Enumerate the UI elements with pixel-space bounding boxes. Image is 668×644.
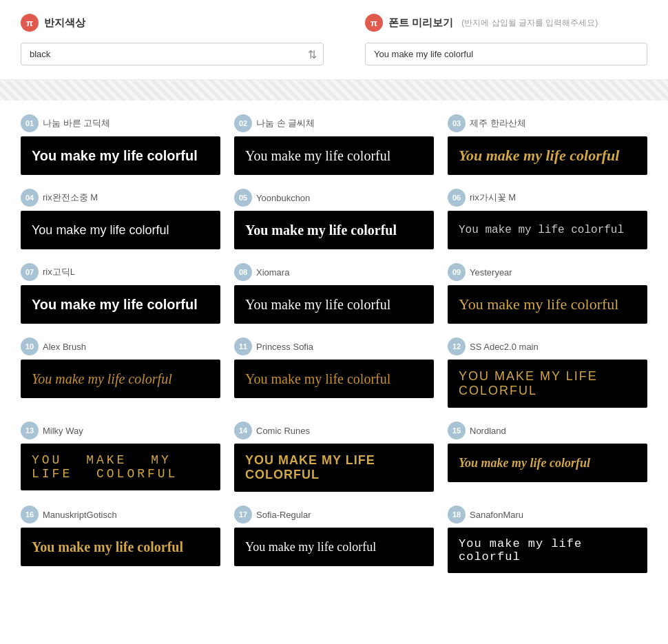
font-name: 나눔 손 글씨체 (256, 117, 315, 129)
font-name: 제주 한라산체 (470, 117, 526, 129)
color-select-wrapper: black white gold silver ⇅ (21, 43, 324, 65)
font-label: 09Yesteryear (448, 263, 647, 281)
font-label: 15Nordland (448, 422, 647, 439)
font-preview-text: You make my life colorful (32, 371, 172, 387)
font-preview-box[interactable]: YOU MAKE MY LIFE COLORFUL (448, 360, 647, 408)
font-number: 18 (448, 506, 466, 523)
font-name: ManuskriptGotisch (43, 510, 117, 520)
color-title-text: 반지색상 (44, 17, 85, 30)
pattern-divider (0, 80, 668, 101)
font-preview-box[interactable]: You make my life colorful (21, 360, 220, 398)
font-card: 12SS Adec2.0 mainYOU MAKE MY LIFE COLORF… (448, 337, 647, 408)
font-label: 11Princess Sofia (234, 337, 434, 355)
font-preview-box[interactable]: You make my life colorful (21, 211, 220, 249)
font-preview-text: You make my life colorful (32, 148, 198, 164)
font-preview-text: You make my life colorful (32, 539, 183, 555)
font-label: 03제주 한라산체 (448, 114, 647, 132)
font-name: Yesteryear (470, 267, 512, 278)
font-preview-text: YOU MAKE MY LIFE COLORFUL (32, 453, 209, 481)
font-name: rix고딕L (43, 266, 75, 278)
font-preview-box[interactable]: You make my life colorful (448, 285, 647, 324)
font-number: 03 (448, 114, 466, 132)
font-preview-box[interactable]: You make my life colorful (448, 528, 647, 573)
font-number: 10 (21, 337, 39, 355)
font-number: 13 (21, 422, 39, 439)
font-label: 08Xiomara (234, 263, 434, 281)
preview-section-title: π 폰트 미리보기 (반지에 삽입될 글자를 입력해주세요) (365, 14, 647, 32)
font-preview-box[interactable]: You make my life colorful (234, 360, 434, 398)
font-preview-text: You make my life colorful (32, 223, 169, 238)
font-preview-box[interactable]: You make my life colorful (234, 285, 434, 324)
font-preview-text: You make my life colorful (32, 297, 198, 313)
font-card: 06rix가시꽃 MYou make my life colorful (448, 189, 647, 249)
font-card: 16ManuskriptGotischYou make my life colo… (21, 506, 220, 573)
font-label: 07rix고딕L (21, 263, 220, 281)
font-card: 02나눔 손 글씨체You make my life colorful (234, 114, 434, 175)
font-card: 03제주 한라산체You make my life colorful (448, 114, 647, 175)
font-preview-box[interactable]: You make my life colorful (21, 528, 220, 566)
font-name: Milky Way (43, 426, 83, 436)
font-preview-text: You make my life colorful (245, 222, 397, 238)
font-preview-text: You make my life colorful (245, 148, 390, 164)
font-preview-box[interactable]: You make my life colorful (21, 285, 220, 324)
font-label: 04rix완전소중 M (21, 189, 220, 207)
font-number: 04 (21, 189, 39, 207)
font-number: 08 (234, 263, 252, 281)
font-name: rix가시꽃 M (470, 191, 516, 204)
font-number: 14 (234, 422, 252, 439)
color-select[interactable]: black white gold silver (21, 43, 324, 65)
font-name: Comic Runes (256, 426, 310, 436)
font-preview-box[interactable]: You make my life colorful (21, 136, 220, 175)
font-number: 16 (21, 506, 39, 523)
font-label: 13Milky Way (21, 422, 220, 439)
font-card: 17Sofia-RegularYou make my life colorful (234, 506, 434, 573)
font-preview-box[interactable]: You make my life colorful (448, 444, 647, 482)
font-grid: 01나눔 바른 고딕체You make my life colorful02나눔… (0, 101, 668, 601)
font-number: 01 (21, 114, 39, 132)
pi-icon-right: π (365, 14, 383, 32)
preview-title-text: 폰트 미리보기 (388, 17, 453, 30)
preview-subtitle: (반지에 삽입될 글자를 입력해주세요) (461, 17, 598, 29)
font-card: 10Alex BrushYou make my life colorful (21, 337, 220, 408)
font-preview-text: You make my life colorful (245, 297, 390, 313)
font-preview-text: You make my life colorful (459, 456, 590, 470)
font-preview-text: You make my life colorful (245, 540, 376, 554)
color-section-title: π 반지색상 (21, 14, 337, 32)
font-name: Princess Sofia (256, 342, 313, 352)
font-label: 01나눔 바른 고딕체 (21, 114, 220, 132)
font-preview-box[interactable]: You make my life colorful (234, 136, 434, 175)
font-card: 01나눔 바른 고딕체You make my life colorful (21, 114, 220, 175)
font-preview-box[interactable]: YOU MAKE MY LIFE COLORFUL (234, 444, 434, 492)
font-name: SanafonMaru (470, 510, 523, 520)
font-preview-box[interactable]: You make my life colorful (234, 211, 434, 249)
color-section: π 반지색상 black white gold silver ⇅ (21, 14, 337, 65)
font-preview-text: You make my life colorful (245, 371, 390, 387)
font-label: 02나눔 손 글씨체 (234, 114, 434, 132)
font-preview-box[interactable]: You make my life colorful (448, 136, 647, 175)
font-name: SS Adec2.0 main (470, 342, 539, 352)
font-label: 16ManuskriptGotisch (21, 506, 220, 523)
font-preview-text: You make my life colorful (459, 224, 624, 236)
font-card: 14Comic RunesYOU MAKE MY LIFE COLORFUL (234, 422, 434, 492)
font-label: 14Comic Runes (234, 422, 434, 439)
font-preview-box[interactable]: YOU MAKE MY LIFE COLORFUL (21, 444, 220, 490)
font-preview-text: You make my life colorful (459, 147, 619, 165)
font-name: 나눔 바른 고딕체 (43, 117, 110, 129)
font-preview-text: You make my life colorful (459, 537, 636, 563)
font-preview-text: YOU MAKE MY LIFE COLORFUL (459, 369, 636, 398)
font-preview-text: You make my life colorful (459, 295, 618, 313)
font-label: 18SanafonMaru (448, 506, 647, 523)
font-preview-box[interactable]: You make my life colorful (234, 528, 434, 566)
preview-section: π 폰트 미리보기 (반지에 삽입될 글자를 입력해주세요) (365, 14, 647, 65)
font-card: 18SanafonMaruYou make my life colorful (448, 506, 647, 573)
header: π 반지색상 black white gold silver ⇅ π 폰트 미리… (0, 0, 668, 80)
font-number: 05 (234, 189, 252, 207)
font-preview-text: YOU MAKE MY LIFE COLORFUL (245, 453, 423, 482)
font-name: Nordland (470, 426, 506, 436)
pi-icon-left: π (21, 14, 39, 32)
font-label: 17Sofia-Regular (234, 506, 434, 523)
font-preview-box[interactable]: You make my life colorful (448, 211, 647, 249)
preview-input[interactable] (365, 43, 647, 65)
font-number: 07 (21, 263, 39, 281)
font-card: 13Milky WayYOU MAKE MY LIFE COLORFUL (21, 422, 220, 492)
